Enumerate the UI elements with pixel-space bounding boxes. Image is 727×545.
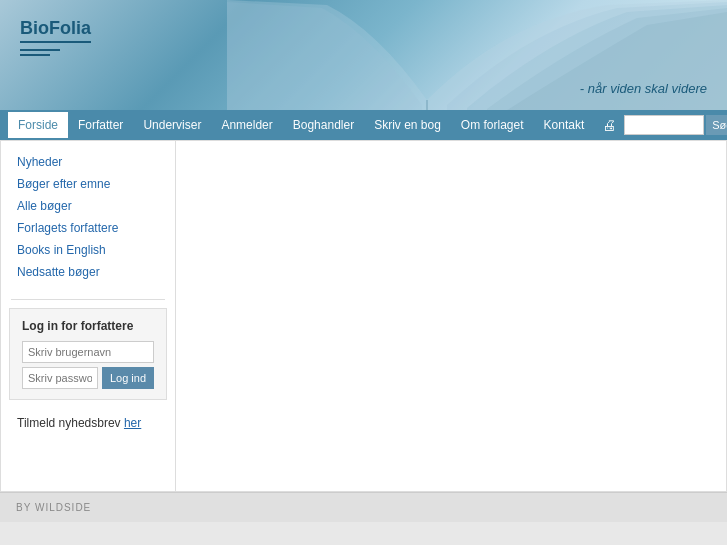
nav-forside[interactable]: Forside xyxy=(8,112,68,138)
sidebar: Nyheder Bøger efter emne Alle bøger Forl… xyxy=(1,141,176,491)
newsletter-link[interactable]: her xyxy=(124,416,141,430)
nav-kontakt[interactable]: Kontakt xyxy=(534,112,595,138)
nav-anmelder[interactable]: Anmelder xyxy=(211,112,282,138)
login-title: Log in for forfattere xyxy=(22,319,154,333)
page-content xyxy=(176,141,726,491)
username-input[interactable] xyxy=(22,341,154,363)
sidebar-links: Nyheder Bøger efter emne Alle bøger Forl… xyxy=(1,151,175,283)
logo-text: BioFolia xyxy=(20,18,91,43)
nav-skriv-en-bog[interactable]: Skriv en bog xyxy=(364,112,451,138)
sidebar-nyheder[interactable]: Nyheder xyxy=(1,151,175,173)
search-button[interactable]: Søg xyxy=(706,115,727,135)
logo-lines xyxy=(20,49,91,56)
login-button[interactable]: Log ind xyxy=(102,367,154,389)
sidebar-books-in-english[interactable]: Books in English xyxy=(1,239,175,261)
sidebar-nedsatte-boger[interactable]: Nedsatte bøger xyxy=(1,261,175,283)
login-box: Log in for forfattere Log ind xyxy=(9,308,167,400)
tagline: - når viden skal videre xyxy=(580,81,707,96)
footer: BY WILDSIDE xyxy=(0,492,727,522)
nav-forfatter[interactable]: Forfatter xyxy=(68,112,133,138)
password-input[interactable] xyxy=(22,367,98,389)
sidebar-boger-efter-emne[interactable]: Bøger efter emne xyxy=(1,173,175,195)
navbar: Forside Forfatter Underviser Anmelder Bo… xyxy=(0,110,727,140)
nav-boghandler[interactable]: Boghandler xyxy=(283,112,364,138)
nav-underviser[interactable]: Underviser xyxy=(133,112,211,138)
nav-om-forlaget[interactable]: Om forlaget xyxy=(451,112,534,138)
sidebar-alle-boger[interactable]: Alle bøger xyxy=(1,195,175,217)
sidebar-divider xyxy=(11,299,165,300)
logo-area: BioFolia xyxy=(20,18,91,59)
sidebar-forlagets-forfattere[interactable]: Forlagets forfattere xyxy=(1,217,175,239)
site-header: BioFolia - når viden skal videre xyxy=(0,0,727,110)
main-content: Nyheder Bøger efter emne Alle bøger Forl… xyxy=(0,140,727,492)
newsletter-area: Tilmeld nyhedsbrev her xyxy=(1,412,175,434)
newsletter-text: Tilmeld nyhedsbrev xyxy=(17,416,124,430)
search-input[interactable] xyxy=(624,115,704,135)
footer-text: BY WILDSIDE xyxy=(16,502,91,513)
print-icon[interactable]: 🖨 xyxy=(594,113,624,137)
